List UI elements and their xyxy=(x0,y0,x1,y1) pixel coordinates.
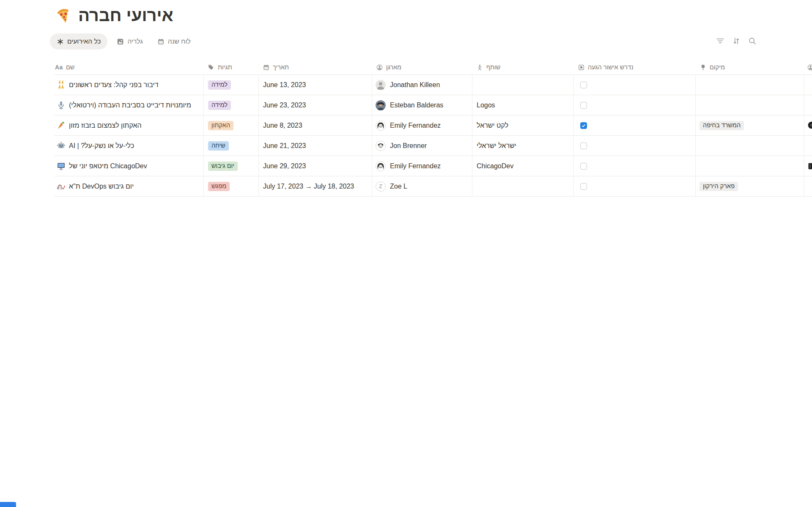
attachment-cell[interactable] xyxy=(804,176,812,196)
avatar xyxy=(376,100,386,110)
name-cell[interactable]: מיטאפ יוני של ChicagoDev xyxy=(54,156,204,176)
column-header-date[interactable]: תאריך xyxy=(259,60,372,74)
avatar xyxy=(376,141,386,151)
organizer-cell[interactable]: Emily Fernandez xyxy=(372,156,472,176)
column-header-name[interactable]: Aa שם xyxy=(54,60,204,74)
desktop-computer-emoji xyxy=(57,162,66,170)
rsvp-cell[interactable] xyxy=(574,75,696,95)
date-cell[interactable]: June 29, 2023 xyxy=(259,156,372,176)
name-cell[interactable]: דיבור בפני קהל: צעדים ראשונים xyxy=(54,75,204,95)
table-row[interactable]: כלי-על או נשק-על? | AI שיחה June 21, 202… xyxy=(54,136,812,156)
name-cell[interactable]: מיומנויות דיבייט בסביבת העבודה (וירטואלי… xyxy=(54,95,204,115)
person-icon-partial xyxy=(807,64,812,71)
rsvp-cell[interactable] xyxy=(574,115,696,135)
organizer-cell[interactable]: Z Zoe L xyxy=(372,176,472,196)
tab-all-events[interactable]: כל האירועים xyxy=(50,33,107,49)
attachment-cell[interactable] xyxy=(804,115,812,135)
name-cell[interactable]: האקתון לצמצום בזבוז מזון xyxy=(54,115,204,135)
table-header: Aa שם תגיות xyxy=(54,60,812,75)
tags-cell[interactable]: למידה xyxy=(204,95,259,115)
organizer-cell[interactable]: Jonathan Killeen xyxy=(372,75,472,95)
location-cell[interactable] xyxy=(696,136,804,156)
robot-emoji xyxy=(57,141,66,150)
tags-cell[interactable]: האקתון xyxy=(204,115,259,135)
location-cell[interactable] xyxy=(696,75,804,95)
organizer-cell[interactable]: Esteban Balderas xyxy=(372,95,472,115)
column-header-partner[interactable]: שותף xyxy=(472,60,574,74)
rsvp-cell[interactable] xyxy=(574,136,696,156)
sort-icon[interactable] xyxy=(732,36,741,46)
attachment-cell[interactable] xyxy=(804,95,812,115)
tags-cell[interactable]: למידה xyxy=(204,75,259,95)
tags-cell[interactable]: יום גיבוש xyxy=(204,156,259,176)
tag-chip: מפגש xyxy=(208,182,230,191)
tab-gallery[interactable]: גלריה xyxy=(112,33,148,49)
notion-page: אירועי חברה כל האירועים גלריה xyxy=(0,0,812,507)
pizza-icon xyxy=(55,6,73,24)
page-title[interactable]: אירועי חברה xyxy=(78,5,173,25)
location-cell[interactable]: המשרד בחיפה xyxy=(696,115,804,135)
column-header-tags[interactable]: תגיות xyxy=(204,60,259,74)
tab-calendar[interactable]: לוח שנה xyxy=(152,33,196,49)
tag-chip: למידה xyxy=(208,101,231,110)
tag-chip: שיחה xyxy=(208,141,229,151)
name-cell[interactable]: יום גיבוש DevOps ת"א xyxy=(54,176,204,196)
rsvp-cell[interactable] xyxy=(574,176,696,196)
attachment-cell[interactable] xyxy=(804,75,812,95)
view-tabs: כל האירועים גלריה לוח שנה xyxy=(50,33,196,50)
column-header-rsvp[interactable]: נדרש אישור הגעה xyxy=(574,60,696,74)
partner-cell[interactable]: Logos xyxy=(472,95,574,115)
date-cell[interactable]: June 13, 2023 xyxy=(259,75,372,95)
table-row[interactable]: יום גיבוש DevOps ת"א מפגש July 17, 2023 … xyxy=(54,176,812,197)
organizer-cell[interactable]: Jon Brenner xyxy=(372,136,472,156)
attachment-cell[interactable] xyxy=(804,136,812,156)
asterisk-icon xyxy=(57,38,64,45)
table-row[interactable]: מיומנויות דיבייט בסביבת העבודה (וירטואלי… xyxy=(54,95,812,115)
partner-cell[interactable] xyxy=(472,75,574,95)
event-title: מיטאפ יוני של ChicagoDev xyxy=(69,162,147,170)
organizer-cell[interactable]: Emily Fernandez xyxy=(372,115,472,135)
date-cell[interactable]: June 23, 2023 xyxy=(259,95,372,115)
partner-cell[interactable] xyxy=(472,176,574,196)
avatar-letter: Z xyxy=(379,183,382,189)
attachment-cell[interactable] xyxy=(804,156,812,176)
dancers-emoji xyxy=(57,80,66,89)
tags-cell[interactable]: שיחה xyxy=(204,136,259,156)
date-cell[interactable]: July 17, 2023 → July 18, 2023 xyxy=(259,176,372,196)
search-icon[interactable] xyxy=(748,36,757,46)
rsvp-checkbox[interactable] xyxy=(580,143,587,149)
column-header-organizer[interactable]: מארגן xyxy=(372,60,472,74)
calendar-icon xyxy=(263,64,270,71)
rsvp-cell[interactable] xyxy=(574,156,696,176)
person-name: Emily Fernandez xyxy=(390,162,441,170)
partner-cell[interactable]: לקט ישראל xyxy=(472,115,574,135)
date-cell[interactable]: June 21, 2023 xyxy=(259,136,372,156)
calendar-icon xyxy=(157,38,165,45)
name-cell[interactable]: כלי-על או נשק-על? | AI xyxy=(54,136,204,156)
column-header-partial[interactable] xyxy=(804,60,812,74)
event-title: מיומנויות דיבייט בסביבת העבודה (וירטואלי… xyxy=(69,101,191,109)
location-cell[interactable] xyxy=(696,95,804,115)
column-header-location[interactable]: מיקום xyxy=(696,60,804,74)
roller-coaster-emoji xyxy=(57,182,66,191)
rsvp-checkbox[interactable] xyxy=(580,163,587,170)
gallery-icon xyxy=(117,38,124,45)
filter-icon[interactable] xyxy=(716,36,725,46)
page-header: אירועי חברה xyxy=(55,3,173,27)
partner-cell[interactable]: ChicagoDev xyxy=(472,156,574,176)
date-cell[interactable]: June 8, 2023 xyxy=(259,115,372,135)
table-row[interactable]: דיבור בפני קהל: צעדים ראשונים למידה June… xyxy=(54,75,812,95)
tags-cell[interactable]: מפגש xyxy=(204,176,259,196)
rsvp-cell[interactable] xyxy=(574,95,696,115)
rsvp-checkbox[interactable] xyxy=(580,102,587,109)
table-row[interactable]: מיטאפ יוני של ChicagoDev יום גיבוש June … xyxy=(54,156,812,176)
person-name: Jonathan Killeen xyxy=(390,81,440,89)
tag-chip: יום גיבוש xyxy=(208,162,238,171)
location-cell[interactable]: פארק הירקון xyxy=(696,176,804,196)
rsvp-checkbox[interactable] xyxy=(580,122,587,129)
partner-cell[interactable]: ישראל ישראלי xyxy=(472,136,574,156)
location-cell[interactable] xyxy=(696,156,804,176)
rsvp-checkbox[interactable] xyxy=(580,82,587,88)
table-row[interactable]: האקתון לצמצום בזבוז מזון האקתון June 8, … xyxy=(54,115,812,136)
rsvp-checkbox[interactable] xyxy=(580,183,587,190)
